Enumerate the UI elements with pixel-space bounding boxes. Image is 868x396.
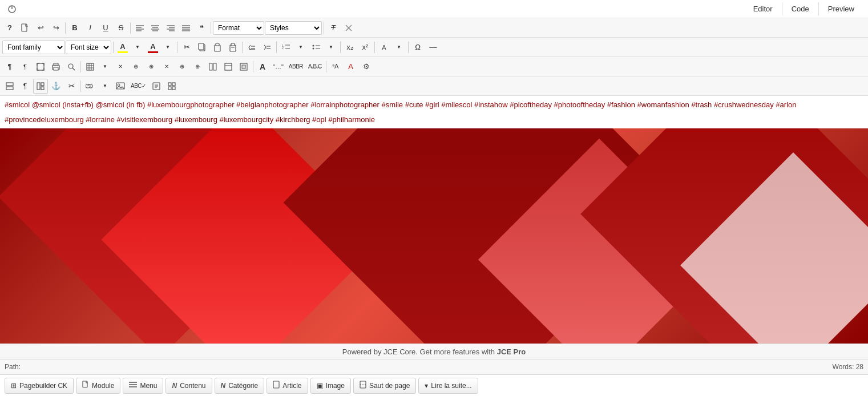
- special-char-button[interactable]: Ω: [410, 40, 425, 55]
- help-button[interactable]: ?: [2, 21, 17, 35]
- underline-button[interactable]: U: [98, 21, 113, 35]
- cell-props-button[interactable]: [236, 59, 251, 74]
- list-bullet-arrow[interactable]: ▼: [324, 40, 338, 55]
- link-arrow[interactable]: ▼: [98, 79, 112, 94]
- table-arrow[interactable]: ▼: [98, 59, 112, 74]
- remove-format-button[interactable]: [341, 21, 356, 35]
- anchor-button[interactable]: ⚓: [49, 79, 63, 94]
- tab-editor[interactable]: Editor: [744, 2, 782, 15]
- tab-code[interactable]: Code: [782, 2, 818, 15]
- menu-button[interactable]: Menu: [123, 378, 163, 394]
- svg-rect-60: [37, 83, 40, 90]
- col-after-button[interactable]: ⊕: [190, 59, 205, 74]
- article-button[interactable]: Article: [267, 378, 308, 394]
- font-a-red-button[interactable]: A: [344, 59, 358, 74]
- italic-button[interactable]: I: [83, 21, 98, 35]
- row-before-button[interactable]: ⊕: [128, 59, 143, 74]
- nonbreak-para-button[interactable]: ¶: [18, 59, 33, 74]
- module-button[interactable]: Module: [76, 378, 120, 394]
- editor-content[interactable]: #smlcol @smlcol (insta+fb) @smlcol (in f…: [0, 96, 868, 344]
- font-aa-button[interactable]: ᵃA: [328, 59, 343, 74]
- hr-button[interactable]: —: [426, 40, 441, 55]
- align-center-button[interactable]: [148, 21, 163, 35]
- template2-button[interactable]: [149, 79, 164, 94]
- abbr-button[interactable]: ABBR: [286, 59, 305, 74]
- table-props-button[interactable]: [221, 59, 236, 74]
- pagebuilder-button[interactable]: ⊞ Pagebuilder CK: [5, 378, 74, 394]
- styles-select[interactable]: Styles: [265, 21, 322, 35]
- svg-rect-26: [231, 43, 235, 46]
- new-doc-button[interactable]: [18, 21, 33, 35]
- font-size-select[interactable]: Font size: [66, 41, 111, 54]
- search-button[interactable]: [64, 59, 79, 74]
- jce-pro-link[interactable]: JCE Pro: [497, 347, 526, 356]
- font-bgcolor-arrow[interactable]: ▼: [160, 41, 175, 54]
- blockquote-button[interactable]: ❝: [194, 21, 209, 35]
- font-color-arrow[interactable]: ▼: [130, 41, 145, 54]
- tab-preview[interactable]: Preview: [818, 2, 863, 15]
- svg-rect-47: [87, 63, 94, 70]
- lire-la-suite-label: Lire la suite...: [431, 382, 471, 390]
- toolbar-row-4: ¶ ⚓ ✂ ▼ ABC✓: [0, 76, 868, 96]
- superscript-button[interactable]: x²: [358, 40, 373, 55]
- font-small-arrow[interactable]: ▼: [391, 40, 406, 55]
- quote-text-button[interactable]: "…": [271, 59, 286, 74]
- separator-11: [408, 42, 409, 53]
- align-right-button[interactable]: [163, 21, 178, 35]
- font-small-button[interactable]: A: [377, 40, 391, 55]
- image-button[interactable]: [113, 79, 128, 94]
- lire-la-suite-button[interactable]: ▾ Lire la suite...: [418, 378, 478, 394]
- special2-button[interactable]: [164, 79, 179, 94]
- cut-button[interactable]: ✂: [179, 40, 194, 55]
- del-row-button[interactable]: ✕: [159, 59, 174, 74]
- show-blocks-button[interactable]: [2, 79, 17, 94]
- del-cell-button[interactable]: ✕: [113, 59, 128, 74]
- menu-label: Menu: [140, 382, 157, 390]
- list-num-arrow[interactable]: ▼: [293, 40, 308, 55]
- font-family-select[interactable]: Font family: [2, 41, 65, 54]
- settings-button[interactable]: ⚙: [359, 59, 374, 74]
- list-bullet-button[interactable]: [309, 40, 324, 55]
- font-bgcolor-button[interactable]: A: [146, 41, 160, 51]
- table-button[interactable]: [83, 59, 98, 74]
- separator-6: [177, 42, 177, 53]
- paste-button[interactable]: [210, 40, 225, 55]
- template-button[interactable]: [33, 79, 48, 94]
- categorie-button[interactable]: N Catégorie: [215, 378, 265, 394]
- align-left-button[interactable]: [132, 21, 147, 35]
- subscript-button[interactable]: x₂: [342, 40, 357, 55]
- svg-rect-72: [172, 87, 175, 90]
- list-num-button[interactable]: 1.2.: [278, 40, 293, 55]
- strikethrough-button[interactable]: S: [114, 21, 128, 35]
- clear-format-button[interactable]: T: [326, 21, 341, 35]
- redo-button[interactable]: ↪: [49, 21, 63, 35]
- abc-button[interactable]: A.B.C: [306, 59, 324, 74]
- outdent-button[interactable]: [244, 40, 259, 55]
- fullscreen-button[interactable]: [33, 59, 48, 74]
- undo-button[interactable]: ↩: [33, 21, 48, 35]
- font-color-button[interactable]: A: [115, 41, 130, 51]
- split-merge-button[interactable]: [205, 59, 220, 74]
- power-button[interactable]: [5, 2, 19, 17]
- align-justify-button[interactable]: [179, 21, 193, 35]
- format-p-button[interactable]: ¶: [18, 79, 33, 94]
- copy-button[interactable]: [195, 40, 209, 55]
- font-larger-button[interactable]: A: [255, 59, 270, 74]
- separator-7: [242, 42, 243, 53]
- spell-check-button[interactable]: ABC✓: [128, 79, 148, 94]
- col-before-button[interactable]: ⊕: [175, 59, 189, 74]
- cleanup-button[interactable]: ✂: [64, 79, 79, 94]
- contenu-button[interactable]: N Contenu: [165, 378, 212, 394]
- saut-de-page-button[interactable]: Saut de page: [353, 378, 416, 394]
- separator-2: [130, 22, 131, 34]
- image-btn[interactable]: ▣ Image: [310, 378, 351, 394]
- para-button[interactable]: ¶: [2, 59, 17, 74]
- link-button[interactable]: [83, 79, 98, 94]
- format-select[interactable]: Format: [213, 21, 264, 35]
- row-after-button[interactable]: ⊕: [144, 59, 159, 74]
- bold-button[interactable]: B: [67, 21, 82, 35]
- svg-text:2.: 2.: [282, 46, 284, 50]
- print-button[interactable]: [49, 59, 63, 74]
- indent-button[interactable]: [260, 40, 274, 55]
- paste-plain-button[interactable]: [225, 40, 240, 55]
